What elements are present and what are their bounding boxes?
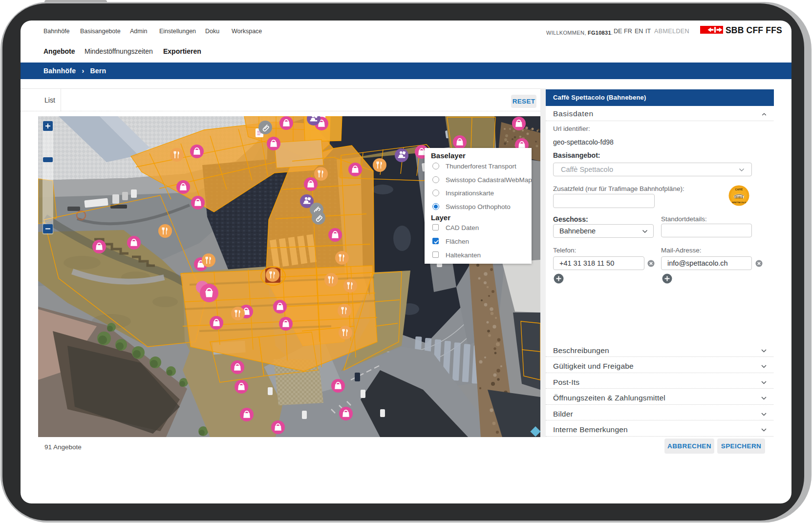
svg-text:SBB CFF FFS: SBB CFF FFS: [726, 25, 782, 35]
svg-text:CAFFÈ: CAFFÈ: [735, 188, 743, 191]
svg-text:SPETTACOLO: SPETTACOLO: [732, 201, 746, 204]
